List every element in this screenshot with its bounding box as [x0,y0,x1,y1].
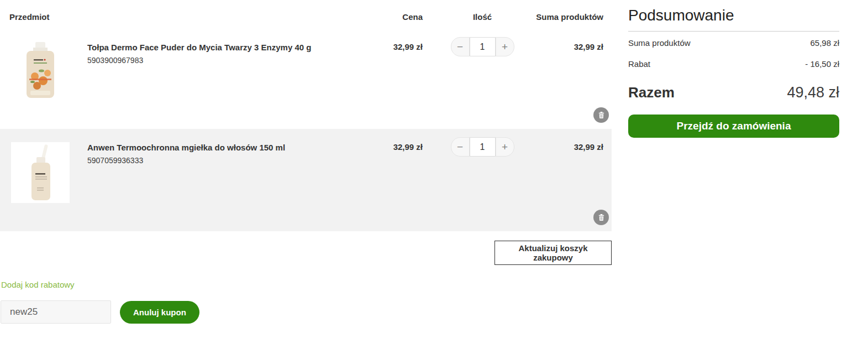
order-summary-panel: Podsumowanie Suma produktów 65,98 zł Rab… [628,0,839,138]
checkout-button[interactable]: Przejdź do zamówienia [628,115,839,138]
cart-section: Przedmiot Cena Ilość Suma produktów [0,0,612,324]
coupon-form: Anuluj kupon [0,300,612,324]
update-cart-button[interactable]: Aktualizuj koszyk zakupowy [495,241,612,265]
quantity-stepper: − + [451,37,514,56]
product-sku: 5907059936333 [87,156,356,165]
quantity-decrease-button[interactable]: − [451,37,470,56]
product-title[interactable]: Anwen Termoochronna mgiełka do włosów 15… [87,142,356,153]
coupon-code-input[interactable] [1,300,111,324]
quantity-input[interactable] [470,137,496,157]
update-cart-bar: Aktualizuj koszyk zakupowy [0,241,612,265]
summary-discount-value: - 16,50 zł [805,59,839,69]
trash-icon [598,111,605,119]
quantity-decrease-button[interactable]: − [451,137,470,157]
summary-subtotal-value: 65,98 zł [810,38,839,48]
product-price: 32,99 zł [356,42,423,129]
quantity-increase-button[interactable]: + [496,37,514,56]
quantity-increase-button[interactable]: + [496,137,514,157]
summary-total-value: 49,48 zł [787,84,839,101]
tolpa-bottle-illustration [26,42,55,98]
anwen-bottle-illustration [11,142,70,203]
product-sku: 5903900967983 [87,56,356,65]
summary-title: Podsumowanie [628,7,839,24]
product-image [0,142,81,231]
summary-total-row: Razem 49,48 zł [628,84,839,101]
column-header-total: Suma produktów [514,12,612,22]
remove-item-button[interactable] [593,210,609,225]
cart-item-row: Tołpa Dermo Face Puder do Mycia Twarzy 3… [0,31,612,129]
summary-subtotal-row: Suma produktów 65,98 zł [628,38,839,48]
product-image [0,42,81,129]
remove-item-button[interactable] [593,107,609,123]
product-info: Anwen Termoochronna mgiełka do włosów 15… [81,142,356,231]
column-header-item: Przedmiot [0,12,356,22]
column-header-quantity: Ilość [450,12,514,22]
quantity-cell: − + [450,137,514,231]
column-header-price: Cena [356,12,423,22]
product-info: Tołpa Dermo Face Puder do Mycia Twarzy 3… [81,42,356,129]
product-price: 32,99 zł [356,142,423,231]
summary-total-label: Razem [628,84,675,101]
trash-icon [598,214,605,221]
quantity-stepper: − + [451,137,514,157]
product-title[interactable]: Tołpa Dermo Face Puder do Mycia Twarzy 3… [87,42,356,53]
cart-table-header: Przedmiot Cena Ilość Suma produktów [0,0,612,22]
add-coupon-link[interactable]: Dodaj kod rabatowy [1,280,75,289]
summary-divider [628,31,839,32]
quantity-input[interactable] [470,37,496,56]
cart-item-row: Anwen Termoochronna mgiełka do włosów 15… [0,129,612,231]
quantity-cell: − + [450,37,514,129]
summary-subtotal-label: Suma produktów [628,38,691,48]
product-image-frame [11,142,70,203]
summary-discount-label: Rabat [628,59,650,69]
cancel-coupon-button[interactable]: Anuluj kupon [120,301,199,324]
summary-discount-row: Rabat - 16,50 zł [628,59,839,69]
